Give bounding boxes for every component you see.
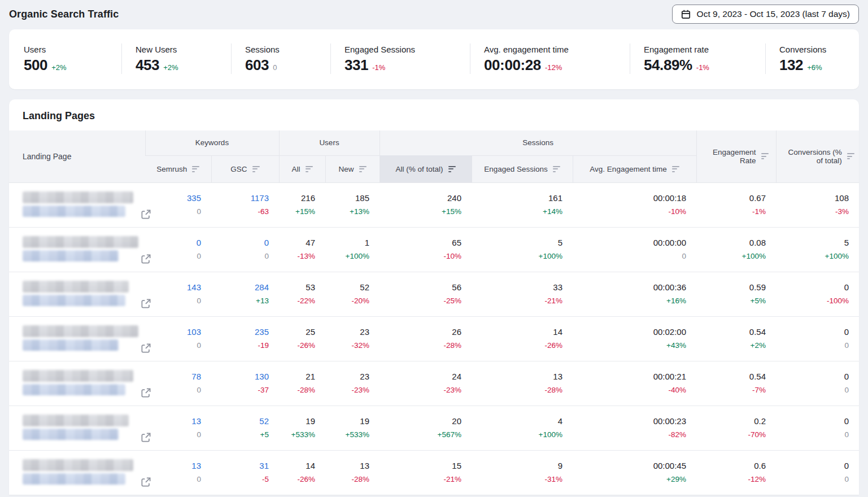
- cell-value: 00:00:21: [573, 370, 686, 383]
- col-header-users-new[interactable]: New: [325, 155, 380, 182]
- cell-gsc: 235-19: [211, 316, 279, 361]
- external-link-icon[interactable]: [141, 477, 151, 487]
- cell-delta: -21%: [472, 294, 562, 308]
- cell-delta: 0: [573, 250, 686, 263]
- external-link-icon[interactable]: [141, 387, 151, 398]
- external-link-icon[interactable]: [141, 254, 151, 264]
- cell-value: 0: [776, 281, 849, 294]
- cell-delta: +533%: [279, 428, 315, 442]
- cell-engaged-sessions: 161+14%: [472, 182, 573, 227]
- landing-page-cell: [9, 316, 145, 361]
- cell-sessions-all: 15-21%: [380, 450, 472, 495]
- col-header-semrush[interactable]: Semrush: [145, 155, 211, 182]
- cell-users-all: 216+15%: [279, 182, 325, 227]
- cell-users-all: 19+533%: [279, 406, 325, 450]
- cell-delta: +13: [211, 294, 269, 308]
- semrush-count-link[interactable]: 103: [145, 325, 201, 339]
- cell-value: 15: [380, 459, 461, 473]
- cell-delta: 0: [776, 428, 849, 442]
- cell-delta: +100%: [696, 250, 766, 263]
- gsc-count-link[interactable]: 52: [211, 415, 269, 428]
- landing-page-url-redacted[interactable]: [23, 250, 119, 261]
- cell-delta: -25%: [380, 294, 461, 308]
- cell-value: 14: [472, 325, 562, 339]
- external-link-icon[interactable]: [141, 298, 151, 309]
- landing-page-url-redacted[interactable]: [23, 206, 125, 217]
- cell-sessions-all: 26-28%: [380, 316, 472, 361]
- gsc-count-link[interactable]: 31: [211, 459, 269, 473]
- col-header-gsc[interactable]: GSC: [211, 155, 279, 182]
- col-header-conversions[interactable]: Conversions (% of total): [776, 130, 859, 182]
- cell-avg-engagement-time: 00:00:000: [573, 227, 696, 272]
- col-group-users: Users: [279, 130, 380, 155]
- sort-icon: [192, 166, 199, 172]
- cell-users-new: 52-20%: [325, 272, 380, 316]
- external-link-icon[interactable]: [141, 343, 151, 354]
- cell-delta: -70%: [696, 428, 766, 442]
- cell-delta: 0: [145, 383, 201, 397]
- cell-semrush: 3350: [145, 182, 211, 227]
- cell-value: 108: [776, 191, 849, 205]
- sort-icon: [306, 166, 313, 172]
- col-header-engagement-rate[interactable]: Engagement Rate: [696, 130, 776, 182]
- gsc-count-link[interactable]: 1173: [211, 191, 269, 205]
- cell-delta: -5: [211, 473, 269, 486]
- table-row: 33501173-63216+15%185+13%240+15%161+14%0…: [9, 182, 859, 227]
- cell-delta: +15%: [279, 205, 315, 219]
- cell-engagement-rate: 0.54+2%: [696, 316, 776, 361]
- cell-delta: -20%: [325, 294, 369, 308]
- col-group-keywords: Keywords: [145, 130, 279, 155]
- cell-delta: -28%: [472, 383, 562, 397]
- cell-value: 161: [472, 191, 562, 205]
- external-link-icon[interactable]: [141, 432, 151, 443]
- gsc-count-link[interactable]: 0: [211, 236, 269, 250]
- gsc-count-link[interactable]: 235: [211, 325, 269, 339]
- landing-page-url-redacted[interactable]: [23, 384, 125, 395]
- cell-value: 19: [279, 415, 315, 428]
- col-header-avg-engagement-time[interactable]: Avg. Engagement time: [573, 155, 696, 182]
- landing-page-url-redacted[interactable]: [23, 295, 125, 306]
- metric-label: Sessions: [245, 45, 330, 54]
- metric-delta: -1%: [696, 63, 709, 72]
- semrush-count-link[interactable]: 13: [145, 459, 201, 473]
- gsc-count-link[interactable]: 130: [211, 370, 269, 383]
- cell-delta: 0: [145, 428, 201, 442]
- cell-delta: +100%: [325, 250, 369, 263]
- cell-conversions: 00: [776, 406, 859, 450]
- semrush-count-link[interactable]: 13: [145, 415, 201, 428]
- col-header-users-all[interactable]: All: [279, 155, 325, 182]
- date-range-picker[interactable]: Oct 9, 2023 - Oct 15, 2023 (last 7 days): [672, 5, 859, 24]
- landing-page-url-redacted[interactable]: [23, 429, 119, 440]
- cell-delta: +100%: [472, 428, 562, 442]
- cell-gsc: 130-37: [211, 361, 279, 406]
- col-group-sessions: Sessions: [380, 130, 696, 155]
- landing-page-url-redacted[interactable]: [23, 473, 125, 485]
- cell-delta: 0: [211, 250, 269, 263]
- semrush-count-link[interactable]: 335: [145, 191, 201, 205]
- cell-conversions: 00: [776, 361, 859, 406]
- col-header-engaged-sessions[interactable]: Engaged Sessions: [472, 155, 573, 182]
- cell-users-all: 21-28%: [279, 361, 325, 406]
- semrush-count-link[interactable]: 0: [145, 236, 201, 250]
- cell-value: 26: [380, 325, 461, 339]
- cell-delta: 0: [145, 339, 201, 352]
- semrush-count-link[interactable]: 143: [145, 281, 201, 294]
- external-link-icon[interactable]: [141, 209, 151, 220]
- cell-delta: +2%: [696, 339, 766, 352]
- cell-value: 14: [279, 459, 315, 473]
- cell-value: 25: [279, 325, 315, 339]
- cell-engaged-sessions: 4+100%: [472, 406, 573, 450]
- col-header-sessions-all[interactable]: All (% of total): [380, 155, 472, 182]
- metric-label: New Users: [136, 45, 231, 54]
- gsc-count-link[interactable]: 284: [211, 281, 269, 294]
- date-range-label: Oct 9, 2023 - Oct 15, 2023 (last 7 days): [697, 9, 850, 19]
- metric-engagement-rate: Engagement rate 54.89%-1%: [630, 43, 765, 74]
- landing-page-url-redacted[interactable]: [23, 339, 119, 351]
- cell-delta: -12%: [696, 473, 766, 486]
- cell-value: 0.08: [696, 236, 766, 250]
- cell-value: 20: [380, 415, 461, 428]
- landing-page-cell: [9, 227, 145, 272]
- semrush-count-link[interactable]: 78: [145, 370, 201, 383]
- cell-semrush: 130: [145, 406, 211, 450]
- landing-pages-tbody: 33501173-63216+15%185+13%240+15%161+14%0…: [9, 182, 859, 495]
